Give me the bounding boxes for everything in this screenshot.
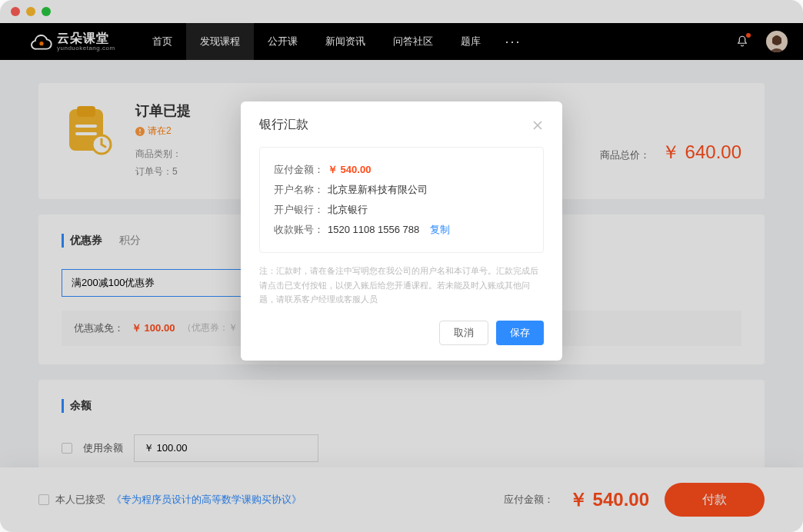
modal-note: 注：汇款时，请在备注中写明您在我公司的用户名和本订单号。汇款完成后请点击已支付按…: [259, 264, 544, 307]
cancel-button[interactable]: 取消: [439, 321, 488, 345]
bank-info-box: 应付金额：￥ 540.00 开户名称：北京昱新科技有限公司 开户银行：北京银行 …: [259, 147, 544, 253]
modal-overlay[interactable]: 银行汇款 应付金额：￥ 540.00 开户名称：北京昱新科技有限公司 开户银行：…: [0, 0, 803, 532]
save-button[interactable]: 保存: [496, 321, 544, 345]
account-name-label: 开户名称：: [274, 180, 328, 200]
close-icon[interactable]: [531, 119, 544, 131]
amount-value: ￥ 540.00: [328, 160, 371, 180]
account-no-label: 收款账号：: [274, 220, 328, 240]
bank-value: 北京银行: [328, 200, 368, 220]
bank-transfer-modal: 银行汇款 应付金额：￥ 540.00 开户名称：北京昱新科技有限公司 开户银行：…: [241, 101, 562, 361]
account-no-value: 1520 1108 1556 788: [328, 220, 419, 240]
bank-label: 开户银行：: [274, 200, 328, 220]
modal-title: 银行汇款: [259, 117, 308, 133]
account-name-value: 北京昱新科技有限公司: [328, 180, 428, 200]
copy-link[interactable]: 复制: [430, 220, 450, 240]
amount-label: 应付金额：: [274, 160, 328, 180]
